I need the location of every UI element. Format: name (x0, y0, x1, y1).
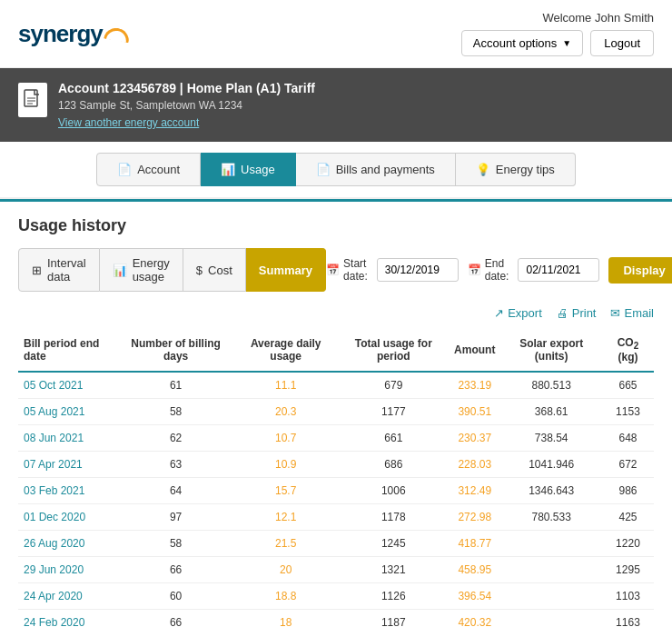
account-options-button[interactable]: Account options ▼ (461, 30, 583, 56)
table-cell-9-1: 66 (118, 610, 233, 627)
table-cell-8-1: 60 (118, 583, 233, 610)
bills-nav-icon: 📄 (316, 163, 331, 176)
print-icon: 🖨 (557, 306, 568, 320)
table-cell-0-6: 665 (602, 372, 654, 399)
table-cell-4-2: 15.7 (233, 478, 339, 504)
table-cell-0-1: 61 (118, 372, 233, 399)
table-cell-8-0: 24 Apr 2020 (18, 583, 118, 610)
table-cell-2-6: 648 (602, 425, 654, 452)
nav-tab-bills[interactable]: 📄 Bills and payments (296, 153, 456, 186)
table-cell-9-5 (500, 610, 602, 627)
table-cell-9-6: 1163 (602, 610, 654, 627)
table-row: 29 Jun 202066201321458.951295 (18, 557, 654, 583)
table-cell-2-2: 10.7 (233, 425, 339, 452)
table-cell-7-6: 1295 (602, 557, 654, 583)
sub-tab-energy[interactable]: 📊 Energy usage (100, 248, 183, 292)
main-content: Usage history ⊞ Interval data 📊 Energy u… (0, 202, 672, 627)
table-cell-6-6: 1220 (602, 531, 654, 557)
account-tariff: Home Plan (A1) Tariff (187, 81, 315, 95)
email-icon: ✉ (610, 306, 620, 320)
table-cell-3-5: 1041.946 (500, 452, 602, 478)
nav-tab-account[interactable]: 📄 Account (96, 153, 201, 186)
nav-tab-account-label: Account (137, 163, 180, 176)
sub-tab-interval[interactable]: ⊞ Interval data (18, 248, 100, 292)
bar-chart-icon: 📊 (113, 264, 127, 277)
sub-tab-energy-label: Energy usage (133, 256, 170, 284)
account-separator: | (180, 81, 187, 95)
sub-tabs-row: ⊞ Interval data 📊 Energy usage $ Cost Su… (18, 248, 654, 292)
table-cell-3-3: 686 (338, 452, 449, 478)
export-link[interactable]: ↗ Export (494, 306, 542, 320)
table-cell-6-0: 26 Aug 2020 (18, 531, 118, 557)
table-cell-3-0: 07 Apr 2021 (18, 452, 118, 478)
table-cell-5-0: 01 Dec 2020 (18, 504, 118, 531)
nav-tab-bills-label: Bills and payments (336, 163, 435, 176)
table-cell-7-1: 66 (118, 557, 233, 583)
table-cell-1-2: 20.3 (233, 399, 339, 425)
email-link[interactable]: ✉ Email (610, 306, 654, 320)
table-row: 05 Aug 20215820.31177390.51368.611153 (18, 399, 654, 425)
table-row: 05 Oct 20216111.1679233.19880.513665 (18, 372, 654, 399)
table-cell-6-3: 1245 (338, 531, 449, 557)
print-link[interactable]: 🖨 Print (557, 306, 597, 320)
table-cell-3-6: 672 (602, 452, 654, 478)
start-date-input[interactable] (377, 258, 459, 282)
table-cell-8-5 (500, 583, 602, 610)
end-date-input[interactable] (518, 258, 599, 282)
table-cell-4-1: 64 (118, 478, 233, 504)
bulb-nav-icon: 💡 (476, 163, 490, 176)
table-cell-2-3: 661 (338, 425, 449, 452)
table-cell-7-2: 20 (233, 557, 339, 583)
dollar-icon: $ (196, 264, 203, 277)
table-cell-8-4: 396.54 (449, 583, 500, 610)
table-cell-5-3: 1178 (338, 504, 449, 531)
account-number: Account 123456789 (58, 81, 176, 95)
view-another-account-link[interactable]: View another energy account (58, 116, 199, 129)
table-cell-1-3: 1177 (338, 399, 449, 425)
logo-arc-icon (104, 26, 131, 44)
main-nav: 📄 Account 📊 Usage 📄 Bills and payments 💡… (0, 142, 672, 199)
chart-nav-icon: 📊 (221, 163, 235, 176)
table-cell-5-4: 272.98 (449, 504, 500, 531)
table-cell-4-0: 03 Feb 2021 (18, 478, 118, 504)
start-date-label: 📅 Start date: (326, 257, 368, 283)
col-header-amount: Amount (449, 329, 500, 372)
table-cell-1-5: 368.61 (500, 399, 602, 425)
table-cell-3-4: 228.03 (449, 452, 500, 478)
table-cell-8-3: 1126 (338, 583, 449, 610)
nav-tab-energy-tips[interactable]: 💡 Energy tips (456, 153, 576, 186)
account-title: Account 123456789 | Home Plan (A1) Tarif… (58, 81, 315, 95)
table-cell-4-3: 1006 (338, 478, 449, 504)
table-row: 24 Feb 202066181187420.321163 (18, 610, 654, 627)
logo: synergy (18, 20, 130, 48)
header-right: Welcome John Smith Account options ▼ Log… (461, 11, 654, 56)
table-cell-3-2: 10.9 (233, 452, 339, 478)
sub-tab-cost[interactable]: $ Cost (183, 248, 246, 292)
table-cell-9-0: 24 Feb 2020 (18, 610, 118, 627)
table-cell-2-1: 62 (118, 425, 233, 452)
account-info: Account 123456789 | Home Plan (A1) Tarif… (58, 81, 315, 129)
table-cell-7-0: 29 Jun 2020 (18, 557, 118, 583)
nav-tab-usage[interactable]: 📊 Usage (201, 153, 296, 186)
col-header-total-usage: Total usage for period (338, 329, 449, 372)
table-cell-6-2: 21.5 (233, 531, 339, 557)
table-cell-5-6: 425 (602, 504, 654, 531)
welcome-text: Welcome John Smith (542, 11, 654, 25)
table-cell-2-0: 08 Jun 2021 (18, 425, 118, 452)
logout-button[interactable]: Logout (590, 30, 654, 56)
sub-tab-summary[interactable]: Summary (246, 248, 326, 292)
table-cell-4-6: 986 (602, 478, 654, 504)
table-cell-0-4: 233.19 (449, 372, 500, 399)
table-cell-4-4: 312.49 (449, 478, 500, 504)
account-banner: Account 123456789 | Home Plan (A1) Tarif… (0, 68, 672, 142)
table-cell-7-4: 458.95 (449, 557, 500, 583)
table-cell-0-2: 11.1 (233, 372, 339, 399)
display-button[interactable]: Display (608, 257, 672, 284)
calendar-start-icon: 📅 (326, 264, 340, 276)
sub-tab-summary-label: Summary (259, 264, 312, 277)
col-header-avg-daily: Average daily usage (233, 329, 339, 372)
account-options-label: Account options (473, 36, 558, 50)
table-cell-7-5 (500, 557, 602, 583)
table-row: 08 Jun 20216210.7661230.37738.54648 (18, 425, 654, 452)
table-row: 24 Apr 20206018.81126396.541103 (18, 583, 654, 610)
